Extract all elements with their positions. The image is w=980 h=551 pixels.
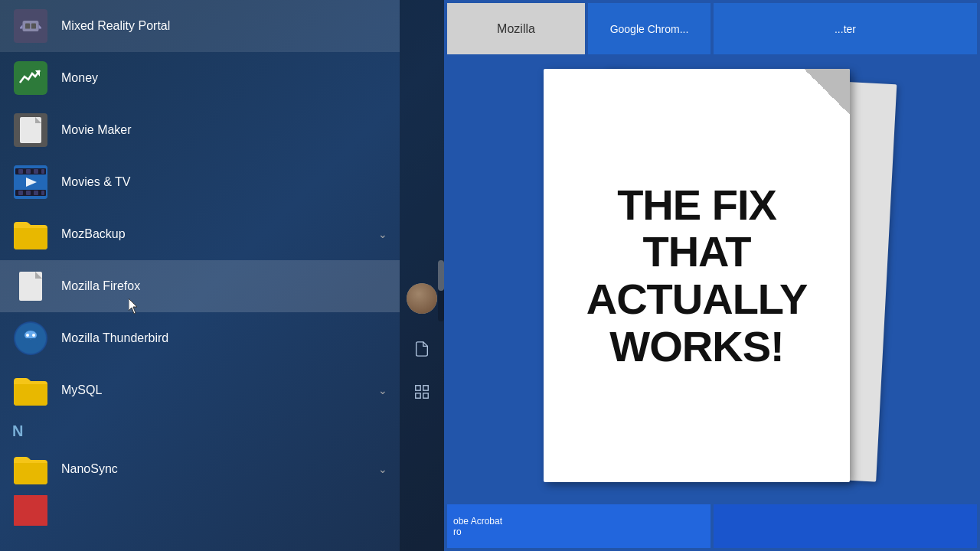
sidebar-item-settings[interactable] <box>400 372 444 412</box>
app-item-mozbackup[interactable]: MozBackup ⌄ <box>0 208 400 260</box>
tile-mozilla[interactable]: Mozilla <box>447 3 585 54</box>
app-label-mixed-reality-portal: Mixed Reality Portal <box>61 19 387 33</box>
app-item-movies-tv[interactable]: Movies & TV <box>0 156 400 208</box>
svg-point-20 <box>32 334 35 337</box>
app-item-mixed-reality-portal[interactable]: Mixed Reality Portal <box>0 0 400 52</box>
avatar-image <box>407 283 437 314</box>
app-item-movie-maker[interactable]: Movie Maker <box>0 104 400 156</box>
bottom-tile-acrobat[interactable]: obe Acrobat ro <box>447 504 710 548</box>
app-label-money: Money <box>61 71 387 85</box>
app-item-money[interactable]: Money <box>0 52 400 104</box>
svg-rect-1 <box>25 24 30 29</box>
mozilla-firefox-icon <box>12 268 49 305</box>
app-list: Mixed Reality Portal Money <box>0 0 400 551</box>
svg-rect-11 <box>18 191 23 195</box>
paper-text-line4: WORKS! <box>609 323 783 370</box>
nanosync-icon <box>12 451 49 487</box>
mozbackup-expand-arrow[interactable]: ⌄ <box>378 228 387 240</box>
app-label-movies-tv: Movies & TV <box>61 175 387 189</box>
paper-text-line2: THAT <box>642 228 750 276</box>
mysql-expand-arrow[interactable]: ⌄ <box>378 384 387 396</box>
tiles-row-top: Mozilla Google Chrom... ...ter <box>444 0 980 57</box>
bottom-tile-empty1[interactable] <box>714 504 977 548</box>
document-icon <box>413 341 430 357</box>
tile-other-label: ...ter <box>835 23 856 35</box>
svg-rect-12 <box>26 191 31 195</box>
app-item-mozilla-thunderbird[interactable]: Mozilla Thunderbird <box>0 312 400 364</box>
svg-rect-0 <box>23 21 39 31</box>
movie-maker-icon <box>12 112 49 148</box>
mozbackup-icon <box>12 216 49 253</box>
app-item-mozilla-firefox[interactable]: Mozilla Firefox <box>0 260 400 312</box>
svg-rect-24 <box>423 393 428 398</box>
bottom-tiles: obe Acrobat ro <box>444 501 980 551</box>
tile-chrome-label: Google Chrom... <box>610 23 689 35</box>
mysql-icon <box>12 372 49 409</box>
scrollbar-thumb[interactable] <box>438 260 444 291</box>
svg-rect-21 <box>416 386 420 390</box>
bottom-tile-acrobat-label: obe Acrobat ro <box>453 516 502 537</box>
svg-rect-22 <box>416 393 420 398</box>
start-menu: Mixed Reality Portal Money <box>0 0 444 551</box>
app-label-mysql: MySQL <box>61 383 378 397</box>
paper-text-line3: ACTUALLY <box>586 276 808 323</box>
tile-chrome[interactable]: Google Chrom... <box>588 3 710 54</box>
partial-app-icon <box>12 495 49 526</box>
app-label-movie-maker: Movie Maker <box>61 123 387 137</box>
svg-rect-2 <box>31 24 36 29</box>
svg-rect-7 <box>26 169 31 174</box>
svg-point-19 <box>26 334 29 337</box>
sidebar-item-document[interactable] <box>400 329 444 369</box>
svg-rect-8 <box>34 169 38 174</box>
nanosync-expand-arrow[interactable]: ⌄ <box>378 463 387 475</box>
svg-rect-14 <box>41 191 44 195</box>
app-item-mysql[interactable]: MySQL ⌄ <box>0 364 400 416</box>
app-item-partial[interactable] <box>0 495 400 526</box>
paper-front: THE FIX THAT ACTUALLY WORKS! <box>544 69 850 482</box>
settings-icon <box>413 383 430 400</box>
mixed-reality-portal-icon <box>12 8 49 44</box>
svg-rect-9 <box>41 169 44 174</box>
scrollbar-track[interactable] <box>438 260 444 321</box>
money-icon <box>12 60 49 96</box>
user-avatar[interactable] <box>407 283 437 314</box>
tile-mozilla-label: Mozilla <box>497 22 535 36</box>
svg-rect-13 <box>34 191 38 195</box>
section-letter-n: N <box>0 416 400 443</box>
mozilla-thunderbird-icon <box>12 320 49 357</box>
svg-rect-6 <box>18 169 23 174</box>
app-item-nanosync[interactable]: NanoSync ⌄ <box>0 443 400 495</box>
movies-tv-icon <box>12 164 49 201</box>
right-panel: Mozilla Google Chrom... ...ter THE FIX T… <box>444 0 980 551</box>
paper-overlay: THE FIX THAT ACTUALLY WORKS! <box>452 61 972 505</box>
app-label-mozbackup: MozBackup <box>61 227 378 241</box>
tile-other[interactable]: ...ter <box>714 3 977 54</box>
app-label-nanosync: NanoSync <box>61 462 378 476</box>
app-label-mozilla-thunderbird: Mozilla Thunderbird <box>61 331 387 345</box>
svg-rect-23 <box>423 386 428 390</box>
paper-text-line1: THE FIX <box>617 181 776 229</box>
app-label-mozilla-firefox: Mozilla Firefox <box>61 279 387 293</box>
